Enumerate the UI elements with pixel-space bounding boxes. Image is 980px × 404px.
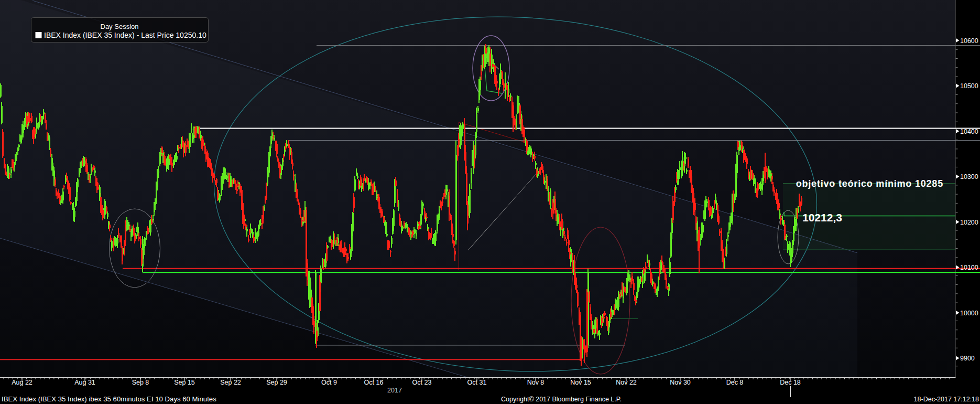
svg-text:10500: 10500 [960, 82, 978, 90]
svg-text:IBEX Index (IBEX 35 Index) ibe: IBEX Index (IBEX 35 Index) ibex 35 60min… [2, 395, 216, 403]
svg-text:Aug 31: Aug 31 [74, 379, 95, 386]
svg-text:Dec 18: Dec 18 [780, 379, 801, 386]
svg-text:Sep 29: Sep 29 [266, 379, 287, 386]
svg-text:Copyright© 2017 Bloomberg Fina: Copyright© 2017 Bloomberg Finance L.P. [501, 396, 622, 403]
svg-text:Aug 22: Aug 22 [12, 379, 32, 386]
svg-text:Nov 15: Nov 15 [570, 379, 591, 386]
svg-text:Day Session: Day Session [101, 23, 139, 30]
svg-text:10100: 10100 [960, 264, 978, 271]
svg-text:18-Dec-2017 17:12:18: 18-Dec-2017 17:12:18 [914, 396, 979, 403]
svg-text:Nov 8: Nov 8 [527, 379, 545, 386]
svg-text:Oct 16: Oct 16 [364, 379, 384, 386]
svg-text:10400: 10400 [960, 128, 978, 135]
svg-text:10300: 10300 [960, 173, 978, 180]
svg-text:10000: 10000 [960, 310, 978, 317]
svg-text:9900: 9900 [960, 355, 975, 362]
svg-text:objetivo teórico mínimo 10285: objetivo teórico mínimo 10285 [796, 178, 943, 189]
svg-text:Oct 31: Oct 31 [467, 379, 487, 386]
svg-text:Nov 22: Nov 22 [616, 379, 637, 386]
svg-text:10212,3: 10212,3 [802, 211, 842, 224]
svg-text:Sep 8: Sep 8 [132, 379, 149, 386]
svg-text:10200: 10200 [960, 219, 978, 226]
svg-text:Sep 15: Sep 15 [174, 379, 195, 386]
svg-text:Sep 22: Sep 22 [220, 379, 241, 386]
svg-text:Oct 9: Oct 9 [321, 379, 337, 386]
svg-text:IBEX Index (IBEX 35 Index) - L: IBEX Index (IBEX 35 Index) - Last Price … [44, 31, 206, 39]
svg-text:Oct 23: Oct 23 [412, 379, 432, 386]
svg-text:Nov 30: Nov 30 [670, 379, 691, 386]
svg-text:2017: 2017 [387, 387, 402, 394]
svg-text:10600: 10600 [960, 37, 978, 45]
svg-text:Dec 8: Dec 8 [726, 379, 744, 386]
